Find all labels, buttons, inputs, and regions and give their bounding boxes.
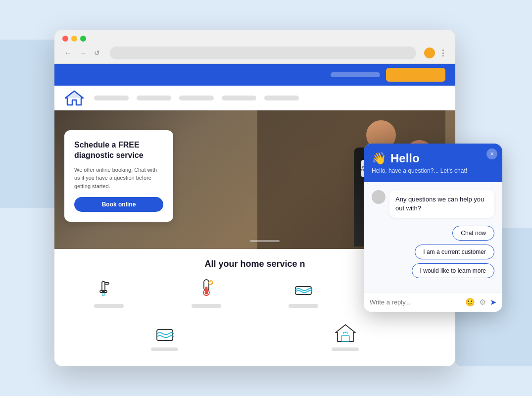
- service-label-plumbing: [94, 304, 124, 308]
- chat-body: Any questions we can help you out with? …: [364, 182, 502, 292]
- nav-link-1[interactable]: [94, 96, 129, 100]
- nav-link-3[interactable]: [179, 96, 214, 100]
- profile-avatar[interactable]: [424, 48, 435, 58]
- bot-avatar: [372, 190, 386, 204]
- hero-card-body: We offer online booking. Chat with us if…: [74, 166, 163, 191]
- svg-point-9: [104, 295, 105, 296]
- chat-option-learn-more[interactable]: I would like to learn more: [412, 263, 494, 278]
- nav-links: [94, 96, 445, 100]
- svg-marker-23: [336, 325, 355, 342]
- smart-home-icon: [335, 323, 356, 345]
- services-row-2: [54, 323, 455, 356]
- water-icon: [292, 277, 314, 298]
- chat-option-current-customer[interactable]: I am a current customer: [415, 245, 494, 259]
- address-bar[interactable]: [110, 47, 416, 59]
- svg-rect-10: [105, 283, 109, 284]
- svg-rect-24: [341, 336, 349, 342]
- site-topbar: [54, 64, 455, 86]
- service-label-hvac: [192, 304, 221, 308]
- wave-emoji: 👋: [372, 151, 387, 165]
- chat-input-bar: 🙂 ⚙ ➤: [364, 292, 502, 312]
- chat-header: × 👋 Hello Hello, have a question?... Let…: [364, 144, 502, 182]
- chat-reply-input[interactable]: [370, 298, 461, 306]
- chat-hello-text: Hello: [390, 151, 420, 165]
- svg-rect-14: [205, 287, 207, 293]
- scroll-indicator: [250, 240, 280, 242]
- service-item-hvac: [162, 275, 251, 308]
- browser-chrome: ← → ↺ ⋮: [54, 30, 455, 64]
- thermometer-icon: [195, 277, 217, 298]
- nav-link-2[interactable]: [137, 96, 171, 100]
- chat-greeting: 👋 Hello: [372, 151, 494, 165]
- forward-button[interactable]: →: [77, 48, 88, 58]
- service-label-water: [289, 304, 318, 308]
- hero-card: Schedule a FREE diagnostic service We of…: [64, 130, 173, 222]
- faucet-icon: [98, 277, 120, 298]
- svg-marker-1: [65, 91, 83, 98]
- service-row2-label-1: [151, 347, 178, 351]
- settings-icon[interactable]: ⚙: [479, 297, 486, 307]
- site-logo: [64, 90, 84, 106]
- chat-option-chat-now[interactable]: Chat now: [452, 226, 494, 241]
- hero-card-title: Schedule a FREE diagnostic service: [74, 140, 163, 161]
- hvac-icon-wrap: [194, 275, 219, 300]
- plumbing-icon-wrap: [97, 275, 121, 300]
- window-controls: [62, 36, 447, 42]
- chat-close-button[interactable]: ×: [486, 148, 497, 159]
- send-icon[interactable]: ➤: [490, 297, 496, 307]
- browser-nav-bar: ← → ↺ ⋮: [62, 47, 447, 59]
- chat-options: Chat now I am a current customer I would…: [372, 226, 494, 278]
- svg-rect-22: [157, 330, 173, 341]
- refresh-button[interactable]: ↺: [92, 48, 102, 58]
- maximize-window-dot[interactable]: [80, 36, 86, 42]
- service-row2-label-2: [332, 347, 359, 351]
- emoji-picker-icon[interactable]: 🙂: [465, 297, 475, 307]
- nav-link-5[interactable]: [264, 96, 299, 100]
- svg-point-8: [102, 295, 104, 297]
- service-item-plumbing: [64, 275, 154, 308]
- service-item-smart-home: [332, 323, 359, 351]
- browser-menu-button[interactable]: ⋮: [439, 49, 447, 58]
- chat-widget: × 👋 Hello Hello, have a question?... Let…: [364, 144, 502, 312]
- book-online-button[interactable]: Book online: [74, 197, 163, 212]
- service-item-water: [259, 275, 348, 308]
- service-item-flood: [151, 323, 178, 351]
- nav-link-4[interactable]: [222, 96, 256, 100]
- topbar-cta-button[interactable]: [386, 68, 445, 82]
- site-navigation: [54, 86, 455, 110]
- water-icon-wrap: [291, 275, 316, 300]
- services-title: All your home service n: [204, 259, 305, 269]
- flood-icon: [154, 323, 176, 345]
- chat-message: Any questions we can help you out with?: [372, 190, 494, 218]
- back-button[interactable]: ←: [62, 48, 73, 58]
- minimize-window-dot[interactable]: [71, 36, 77, 42]
- chat-subtitle: Hello, have a question?... Let's chat!: [372, 167, 494, 174]
- close-window-dot[interactable]: [62, 36, 68, 42]
- topbar-nav-link: [331, 72, 380, 77]
- logo-icon: [64, 90, 84, 106]
- svg-rect-4: [102, 282, 105, 292]
- chat-bubble: Any questions we can help you out with?: [389, 190, 494, 218]
